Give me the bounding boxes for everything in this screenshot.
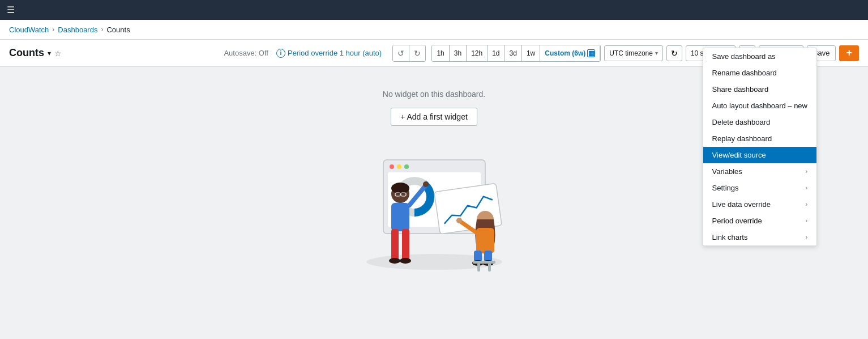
- dropdown-item-view-edit-source[interactable]: View/edit source: [703, 147, 816, 163]
- info-icon: i: [276, 49, 285, 58]
- top-navigation: ☰: [0, 0, 868, 20]
- breadcrumb-dashboards[interactable]: Dashboards: [58, 26, 97, 34]
- custom-time-label: Custom (6w): [545, 49, 585, 57]
- autosave-badge: Autosave: Off: [224, 49, 268, 57]
- period-override-submenu-arrow-icon: ›: [806, 218, 807, 224]
- time-btn-1h[interactable]: 1h: [432, 45, 449, 61]
- svg-point-2: [390, 164, 394, 169]
- dropdown-item-save-as[interactable]: Save dashboard as: [703, 48, 816, 65]
- actions-dropdown: Save dashboard as Rename dashboard Share…: [703, 48, 817, 246]
- empty-state-illustration: [327, 137, 542, 273]
- dropdown-item-period-override[interactable]: Period override ›: [703, 213, 816, 229]
- add-first-widget-button[interactable]: + Add a first widget: [391, 108, 477, 126]
- svg-rect-17: [391, 229, 399, 260]
- time-btn-12h[interactable]: 12h: [467, 45, 488, 61]
- link-charts-submenu-arrow-icon: ›: [806, 234, 807, 240]
- svg-point-16: [423, 181, 429, 187]
- svg-point-19: [389, 258, 400, 264]
- breadcrumb-sep-1: ›: [52, 26, 54, 33]
- no-widget-text: No widget on this dashboard.: [383, 90, 485, 99]
- period-override-text: Period override 1 hour (auto): [288, 49, 382, 57]
- svg-rect-22: [476, 228, 494, 253]
- period-override-badge[interactable]: i Period override 1 hour (auto): [276, 49, 382, 58]
- breadcrumb-sep-2: ›: [101, 26, 103, 33]
- time-btn-1w[interactable]: 1w: [522, 45, 540, 61]
- time-btn-3h[interactable]: 3h: [450, 45, 467, 61]
- svg-point-4: [404, 164, 409, 169]
- dropdown-item-variables[interactable]: Variables ›: [703, 163, 816, 180]
- dropdown-item-rename[interactable]: Rename dashboard: [703, 65, 816, 81]
- svg-point-20: [400, 258, 411, 264]
- breadcrumb-cloudwatch[interactable]: CloudWatch: [9, 26, 49, 34]
- variables-submenu-arrow-icon: ›: [806, 168, 807, 175]
- svg-point-3: [397, 164, 401, 169]
- svg-point-10: [391, 183, 409, 194]
- settings-submenu-arrow-icon: ›: [806, 185, 807, 191]
- auto-layout-label: Auto layout dashboard – new: [712, 101, 807, 110]
- live-data-submenu-arrow-icon: ›: [806, 201, 807, 207]
- dropdown-item-replay[interactable]: Replay dashboard: [703, 130, 816, 147]
- dropdown-item-live-data[interactable]: Live data override ›: [703, 196, 816, 213]
- refresh-button[interactable]: ↻: [666, 45, 682, 61]
- dropdown-item-delete[interactable]: Delete dashboard: [703, 114, 816, 130]
- time-btn-1d[interactable]: 1d: [488, 45, 504, 61]
- dropdown-item-auto-layout[interactable]: Auto layout dashboard – new: [703, 98, 816, 114]
- breadcrumb-current: Counts: [106, 26, 130, 34]
- timezone-label: UTC timezone: [609, 49, 653, 57]
- breadcrumb: CloudWatch › Dashboards › Counts: [0, 20, 868, 40]
- favorite-star-icon[interactable]: ☆: [54, 49, 62, 58]
- undo-button[interactable]: ↺: [393, 45, 409, 61]
- undo-redo-group: ↺ ↻: [392, 45, 426, 62]
- dashboard-title: Counts: [9, 47, 44, 59]
- dropdown-item-settings[interactable]: Settings ›: [703, 180, 816, 196]
- svg-rect-14: [391, 203, 409, 231]
- svg-rect-30: [477, 263, 480, 272]
- add-widget-button[interactable]: +: [839, 45, 859, 61]
- redo-button[interactable]: ↻: [409, 45, 425, 61]
- dropdown-item-share[interactable]: Share dashboard: [703, 81, 816, 98]
- custom-time-btn[interactable]: Custom (6w) ▦: [540, 45, 600, 61]
- svg-rect-29: [473, 261, 495, 264]
- dashboard-title-area: Counts ▾ ☆: [9, 47, 62, 59]
- timezone-caret-icon: ▾: [655, 50, 658, 56]
- timezone-selector[interactable]: UTC timezone ▾: [604, 45, 663, 61]
- svg-rect-18: [402, 229, 409, 260]
- dropdown-item-link-charts[interactable]: Link charts ›: [703, 229, 816, 245]
- svg-rect-31: [488, 263, 491, 272]
- refresh-icon: ↻: [671, 49, 678, 58]
- time-btn-3d[interactable]: 3d: [505, 45, 522, 61]
- calendar-icon: ▦: [587, 49, 595, 57]
- time-range-group: 1h 3h 12h 1d 3d 1w Custom (6w) ▦: [431, 45, 601, 62]
- title-dropdown-icon[interactable]: ▾: [48, 49, 51, 57]
- svg-point-24: [456, 218, 462, 223]
- hamburger-icon[interactable]: ☰: [7, 5, 15, 15]
